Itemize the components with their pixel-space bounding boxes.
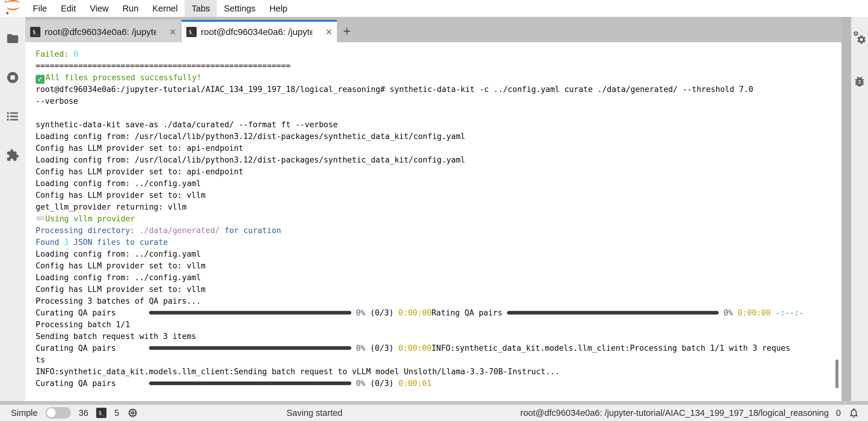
terminal-line: INFO:synthetic_data_kit.models.llm_clien…: [36, 366, 841, 378]
terminal-line: Sending batch request with 3 items: [36, 330, 841, 342]
status-bar: Simple 36 $_ 5 Saving started root@dfc96…: [0, 405, 868, 421]
left-sidebar: [0, 17, 25, 401]
menu-item-run[interactable]: Run: [116, 0, 145, 17]
debugger-bug-icon[interactable]: [853, 75, 866, 88]
terminal-line: ts: [36, 354, 841, 366]
terminal-line: get_llm_provider returning: vllm: [36, 201, 841, 213]
terminal-tab-2[interactable]: $_root@dfc96034e0a6: /jupyte×: [182, 20, 337, 42]
menu-item-help[interactable]: Help: [262, 0, 294, 17]
right-sidebar: [851, 17, 868, 401]
terminal-line: Failed: 0: [36, 48, 841, 60]
terminal-icon[interactable]: $_: [96, 408, 106, 418]
terminal-line: Curating QA pairs 0% (0/3) 0:00:00Rating…: [36, 307, 841, 319]
tab-label: root@dfc96034e0a6: /jupyte: [201, 27, 312, 37]
tab-close-icon[interactable]: ×: [169, 27, 176, 37]
terminal-line: Processing 3 batches of QA pairs...: [36, 295, 841, 307]
terminal-line: --verbose: [36, 95, 841, 107]
tab-bar: $_root@dfc96034e0a6: /jupyte×$_root@dfc9…: [25, 17, 841, 42]
menu-bar: FileEditViewRunKernelTabsSettingsHelp: [0, 0, 868, 17]
terminal-tab-1[interactable]: $_root@dfc96034e0a6: /jupyte×: [25, 20, 181, 42]
toggle-knob: [47, 408, 56, 417]
jupyter-logo: [0, 0, 26, 17]
terminal-line: Loading config from: /usr/local/lib/pyth…: [36, 154, 841, 166]
terminal-line: Loading config from: ../config.yaml: [36, 248, 841, 260]
new-tab-button[interactable]: +: [338, 20, 356, 42]
scrollbar-thumb[interactable]: [835, 359, 838, 388]
progress-bar: [507, 311, 719, 315]
terminal-icon: $_: [186, 27, 197, 37]
menu-item-settings[interactable]: Settings: [217, 0, 262, 17]
terminal-count[interactable]: 36: [79, 408, 88, 418]
table-of-contents-icon[interactable]: [6, 110, 19, 123]
progress-bar: [149, 346, 351, 350]
bottom-band: [0, 401, 868, 405]
save-status: Saving started: [286, 408, 342, 418]
terminal-line: ✓All files processed successfully!: [36, 72, 841, 84]
file-browser-icon[interactable]: [6, 32, 19, 45]
terminal-line: ========================================…: [36, 60, 841, 72]
menu-item-view[interactable]: View: [83, 0, 116, 17]
terminal-panel[interactable]: Failed: 0===============================…: [25, 42, 841, 401]
simple-mode-toggle[interactable]: [45, 407, 71, 419]
terminal-output: Failed: 0===============================…: [25, 42, 841, 389]
menu-items: FileEditViewRunKernelTabsSettingsHelp: [26, 0, 294, 17]
kernel-chip-icon[interactable]: [127, 407, 138, 419]
terminal-line: Config has LLM provider set to: api-endp…: [36, 166, 841, 177]
terminal-icon: $_: [30, 27, 40, 37]
check-emoji-icon: ✓: [36, 75, 44, 84]
main-area: $_root@dfc96034e0a6: /jupyte×$_root@dfc9…: [0, 17, 868, 401]
current-path[interactable]: root@dfc96034e0a6: /jupyter-tutorial/AIA…: [520, 408, 829, 418]
terminal-line: Loading config from: ../config.yaml: [36, 177, 841, 189]
terminal-line: root@dfc96034e0a6:/jupyter-tutorial/AIAC…: [36, 84, 841, 95]
notification-count[interactable]: 0: [836, 408, 841, 418]
terminal-line: Loading config from: /usr/local/lib/pyth…: [36, 131, 841, 142]
terminal-line: Processing batch 1/1: [36, 319, 841, 330]
terminal-line: Config has LLM provider set to: vllm: [36, 284, 841, 295]
running-sessions-icon[interactable]: [6, 71, 19, 84]
terminal-line: Using vllm provider: [36, 213, 841, 225]
terminal-line: Config has LLM provider set to: vllm: [36, 189, 841, 201]
property-inspector-gears-icon[interactable]: [853, 31, 866, 44]
menu-item-kernel[interactable]: Kernel: [145, 0, 185, 17]
terminal-line: [36, 107, 841, 119]
menu-item-edit[interactable]: Edit: [54, 0, 83, 17]
terminal-line: synthetic-data-kit save-as ./data/curate…: [36, 119, 841, 131]
terminal-line: Config has LLM provider set to: api-endp…: [36, 142, 841, 154]
panel-gutter: [841, 17, 851, 401]
terminal-line: Loading config from: ../config.yaml: [36, 272, 841, 284]
terminal-line: Processing directory: ./data/generated/ …: [36, 225, 841, 236]
bell-icon[interactable]: [848, 407, 860, 419]
terminal-line: Curating QA pairs 0% (0/3) 0:00:00INFO:s…: [36, 342, 841, 354]
progress-bar: [149, 311, 351, 315]
menu-item-tabs[interactable]: Tabs: [185, 0, 217, 17]
extension-manager-icon[interactable]: [6, 149, 19, 162]
jupyter-logo-icon: [4, 0, 22, 16]
kernel-count[interactable]: 5: [114, 408, 119, 418]
terminal-line: Curating QA pairs 0% (0/3) 0:00:01: [36, 378, 841, 389]
menu-item-file[interactable]: File: [26, 0, 54, 17]
tab-label: root@dfc96034e0a6: /jupyte: [44, 27, 156, 37]
progress-bar: [149, 382, 351, 385]
link-emoji-icon: [36, 214, 44, 226]
terminal-line: Config has LLM provider set to: vllm: [36, 260, 841, 272]
tab-close-icon[interactable]: ×: [326, 27, 332, 37]
simple-mode-label: Simple: [11, 408, 38, 418]
terminal-line: Found 3 JSON files to curate: [36, 236, 841, 248]
